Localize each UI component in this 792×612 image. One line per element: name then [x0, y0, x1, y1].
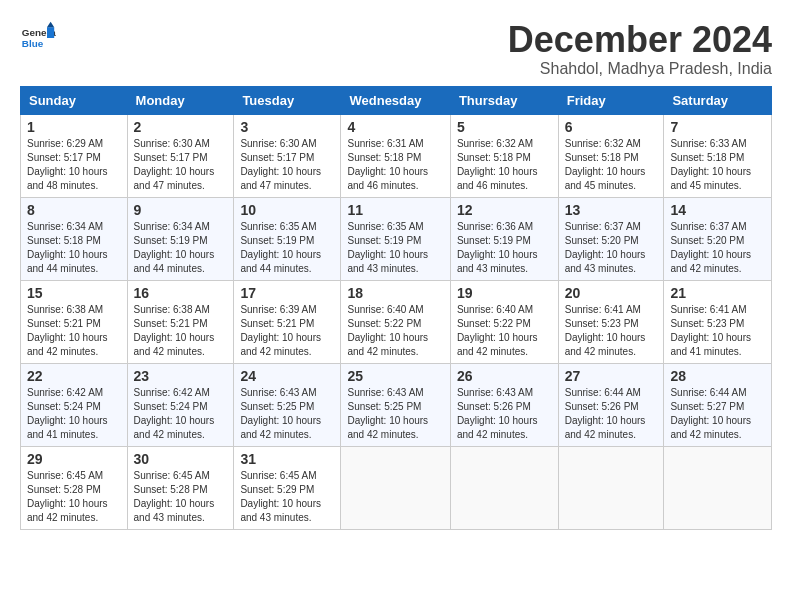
calendar-table: Sunday Monday Tuesday Wednesday Thursday…: [20, 86, 772, 530]
table-row: 14Sunrise: 6:37 AM Sunset: 5:20 PM Dayli…: [664, 197, 772, 280]
table-row: 22Sunrise: 6:42 AM Sunset: 5:24 PM Dayli…: [21, 363, 128, 446]
day-details: Sunrise: 6:33 AM Sunset: 5:18 PM Dayligh…: [670, 137, 765, 193]
day-number: 24: [240, 368, 334, 384]
header-friday: Friday: [558, 86, 664, 114]
table-row: 19Sunrise: 6:40 AM Sunset: 5:22 PM Dayli…: [450, 280, 558, 363]
day-details: Sunrise: 6:40 AM Sunset: 5:22 PM Dayligh…: [457, 303, 552, 359]
header-sunday: Sunday: [21, 86, 128, 114]
day-details: Sunrise: 6:34 AM Sunset: 5:18 PM Dayligh…: [27, 220, 121, 276]
table-row: 3Sunrise: 6:30 AM Sunset: 5:17 PM Daylig…: [234, 114, 341, 197]
table-row: 23Sunrise: 6:42 AM Sunset: 5:24 PM Dayli…: [127, 363, 234, 446]
day-details: Sunrise: 6:36 AM Sunset: 5:19 PM Dayligh…: [457, 220, 552, 276]
day-details: Sunrise: 6:38 AM Sunset: 5:21 PM Dayligh…: [27, 303, 121, 359]
day-details: Sunrise: 6:43 AM Sunset: 5:25 PM Dayligh…: [347, 386, 443, 442]
day-number: 26: [457, 368, 552, 384]
table-row: 4Sunrise: 6:31 AM Sunset: 5:18 PM Daylig…: [341, 114, 450, 197]
header-wednesday: Wednesday: [341, 86, 450, 114]
table-row: 15Sunrise: 6:38 AM Sunset: 5:21 PM Dayli…: [21, 280, 128, 363]
day-details: Sunrise: 6:29 AM Sunset: 5:17 PM Dayligh…: [27, 137, 121, 193]
day-number: 15: [27, 285, 121, 301]
table-row: 1Sunrise: 6:29 AM Sunset: 5:17 PM Daylig…: [21, 114, 128, 197]
day-details: Sunrise: 6:43 AM Sunset: 5:25 PM Dayligh…: [240, 386, 334, 442]
day-number: 19: [457, 285, 552, 301]
table-row: 26Sunrise: 6:43 AM Sunset: 5:26 PM Dayli…: [450, 363, 558, 446]
day-number: 9: [134, 202, 228, 218]
day-number: 4: [347, 119, 443, 135]
table-row: 25Sunrise: 6:43 AM Sunset: 5:25 PM Dayli…: [341, 363, 450, 446]
header-monday: Monday: [127, 86, 234, 114]
day-details: Sunrise: 6:30 AM Sunset: 5:17 PM Dayligh…: [240, 137, 334, 193]
day-details: Sunrise: 6:42 AM Sunset: 5:24 PM Dayligh…: [27, 386, 121, 442]
table-row: 7Sunrise: 6:33 AM Sunset: 5:18 PM Daylig…: [664, 114, 772, 197]
logo-area: General Blue: [20, 20, 56, 56]
day-details: Sunrise: 6:45 AM Sunset: 5:28 PM Dayligh…: [134, 469, 228, 525]
table-row: 29Sunrise: 6:45 AM Sunset: 5:28 PM Dayli…: [21, 446, 128, 529]
page-title: December 2024: [508, 20, 772, 60]
day-number: 31: [240, 451, 334, 467]
day-details: Sunrise: 6:37 AM Sunset: 5:20 PM Dayligh…: [670, 220, 765, 276]
day-details: Sunrise: 6:45 AM Sunset: 5:28 PM Dayligh…: [27, 469, 121, 525]
table-row: 30Sunrise: 6:45 AM Sunset: 5:28 PM Dayli…: [127, 446, 234, 529]
day-details: Sunrise: 6:31 AM Sunset: 5:18 PM Dayligh…: [347, 137, 443, 193]
day-number: 6: [565, 119, 658, 135]
table-row: [450, 446, 558, 529]
day-details: Sunrise: 6:44 AM Sunset: 5:27 PM Dayligh…: [670, 386, 765, 442]
header-thursday: Thursday: [450, 86, 558, 114]
table-row: 16Sunrise: 6:38 AM Sunset: 5:21 PM Dayli…: [127, 280, 234, 363]
day-details: Sunrise: 6:42 AM Sunset: 5:24 PM Dayligh…: [134, 386, 228, 442]
table-row: 17Sunrise: 6:39 AM Sunset: 5:21 PM Dayli…: [234, 280, 341, 363]
general-blue-logo-icon: General Blue: [20, 20, 56, 56]
table-row: 10Sunrise: 6:35 AM Sunset: 5:19 PM Dayli…: [234, 197, 341, 280]
day-number: 10: [240, 202, 334, 218]
table-row: 31Sunrise: 6:45 AM Sunset: 5:29 PM Dayli…: [234, 446, 341, 529]
header-saturday: Saturday: [664, 86, 772, 114]
calendar-header-row: Sunday Monday Tuesday Wednesday Thursday…: [21, 86, 772, 114]
day-number: 1: [27, 119, 121, 135]
table-row: 20Sunrise: 6:41 AM Sunset: 5:23 PM Dayli…: [558, 280, 664, 363]
day-details: Sunrise: 6:37 AM Sunset: 5:20 PM Dayligh…: [565, 220, 658, 276]
table-row: 18Sunrise: 6:40 AM Sunset: 5:22 PM Dayli…: [341, 280, 450, 363]
day-number: 11: [347, 202, 443, 218]
day-details: Sunrise: 6:32 AM Sunset: 5:18 PM Dayligh…: [457, 137, 552, 193]
table-row: 28Sunrise: 6:44 AM Sunset: 5:27 PM Dayli…: [664, 363, 772, 446]
day-number: 13: [565, 202, 658, 218]
table-row: 8Sunrise: 6:34 AM Sunset: 5:18 PM Daylig…: [21, 197, 128, 280]
calendar-week-row: 15Sunrise: 6:38 AM Sunset: 5:21 PM Dayli…: [21, 280, 772, 363]
table-row: [664, 446, 772, 529]
day-number: 18: [347, 285, 443, 301]
day-details: Sunrise: 6:39 AM Sunset: 5:21 PM Dayligh…: [240, 303, 334, 359]
day-number: 17: [240, 285, 334, 301]
day-details: Sunrise: 6:45 AM Sunset: 5:29 PM Dayligh…: [240, 469, 334, 525]
day-number: 16: [134, 285, 228, 301]
day-number: 22: [27, 368, 121, 384]
day-number: 8: [27, 202, 121, 218]
day-number: 21: [670, 285, 765, 301]
page-header: General Blue December 2024 Shahdol, Madh…: [20, 20, 772, 78]
day-number: 7: [670, 119, 765, 135]
table-row: 11Sunrise: 6:35 AM Sunset: 5:19 PM Dayli…: [341, 197, 450, 280]
table-row: [341, 446, 450, 529]
title-area: December 2024 Shahdol, Madhya Pradesh, I…: [508, 20, 772, 78]
calendar-week-row: 22Sunrise: 6:42 AM Sunset: 5:24 PM Dayli…: [21, 363, 772, 446]
table-row: 9Sunrise: 6:34 AM Sunset: 5:19 PM Daylig…: [127, 197, 234, 280]
day-details: Sunrise: 6:40 AM Sunset: 5:22 PM Dayligh…: [347, 303, 443, 359]
day-number: 25: [347, 368, 443, 384]
day-number: 14: [670, 202, 765, 218]
table-row: 21Sunrise: 6:41 AM Sunset: 5:23 PM Dayli…: [664, 280, 772, 363]
day-number: 5: [457, 119, 552, 135]
day-details: Sunrise: 6:35 AM Sunset: 5:19 PM Dayligh…: [347, 220, 443, 276]
day-number: 3: [240, 119, 334, 135]
table-row: 12Sunrise: 6:36 AM Sunset: 5:19 PM Dayli…: [450, 197, 558, 280]
day-number: 27: [565, 368, 658, 384]
day-details: Sunrise: 6:34 AM Sunset: 5:19 PM Dayligh…: [134, 220, 228, 276]
day-details: Sunrise: 6:44 AM Sunset: 5:26 PM Dayligh…: [565, 386, 658, 442]
table-row: 24Sunrise: 6:43 AM Sunset: 5:25 PM Dayli…: [234, 363, 341, 446]
day-details: Sunrise: 6:32 AM Sunset: 5:18 PM Dayligh…: [565, 137, 658, 193]
table-row: 5Sunrise: 6:32 AM Sunset: 5:18 PM Daylig…: [450, 114, 558, 197]
day-number: 20: [565, 285, 658, 301]
day-number: 12: [457, 202, 552, 218]
svg-text:Blue: Blue: [22, 38, 44, 49]
day-details: Sunrise: 6:43 AM Sunset: 5:26 PM Dayligh…: [457, 386, 552, 442]
table-row: 2Sunrise: 6:30 AM Sunset: 5:17 PM Daylig…: [127, 114, 234, 197]
table-row: 27Sunrise: 6:44 AM Sunset: 5:26 PM Dayli…: [558, 363, 664, 446]
